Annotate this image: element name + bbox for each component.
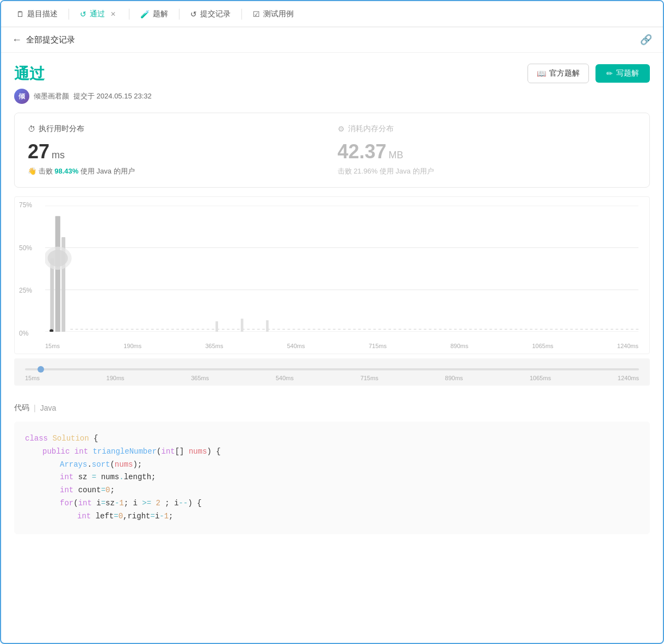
- code-line-1: class Solution {: [25, 432, 639, 445]
- tab-divider-1: [69, 9, 69, 20]
- header-section: 通过 倾 倾墨画君颜 提交于 2024.05.15 23:32 📖 官方题解 ✏…: [1, 53, 663, 113]
- book-icon: 📖: [537, 69, 546, 78]
- slider-thumb[interactable]: [38, 366, 44, 373]
- memory-icon: ⚙: [338, 125, 345, 133]
- tab-solutions[interactable]: 🧪 题解: [134, 5, 175, 23]
- header-left: 通过 倾 倾墨画君颜 提交于 2024.05.15 23:32: [14, 64, 152, 104]
- refresh-icon-pass: ↺: [80, 10, 86, 18]
- chart-container: 75% 50% 25% 0%: [14, 196, 650, 354]
- code-line-2: public int triangleNumber(int[] nums) {: [25, 445, 639, 459]
- tab-problem[interactable]: 🗒 题目描述: [10, 5, 64, 23]
- chart-svg: [45, 206, 638, 332]
- pencil-icon: ✏: [606, 69, 613, 78]
- memory-stat: ⚙ 消耗内存分布 42.37MB 击败 21.96% 使用 Java 的用户: [338, 124, 637, 176]
- avatar: 倾: [14, 89, 29, 104]
- author-line: 倾 倾墨画君颜 提交于 2024.05.15 23:32: [14, 89, 152, 104]
- tab-close-pass[interactable]: ✕: [108, 9, 118, 19]
- slider-track: [25, 368, 639, 370]
- tab-divider-3: [179, 9, 179, 20]
- code-block[interactable]: class Solution { public int triangleNumb…: [14, 422, 650, 534]
- time-stat-desc: 👋 击败 98.43% 使用 Java 的用户: [28, 166, 327, 176]
- svg-rect-11: [241, 319, 244, 332]
- x-axis-labels: 15ms 190ms 365ms 540ms 715ms 890ms 1065m…: [45, 343, 638, 349]
- official-solution-button[interactable]: 📖 官方题解: [528, 64, 589, 83]
- svg-rect-5: [55, 216, 60, 332]
- slider-track-area[interactable]: 15ms 190ms 365ms 540ms 715ms 890ms 1065m…: [25, 363, 639, 381]
- memory-stat-value: 42.37MB: [338, 140, 637, 163]
- refresh-icon-submissions: ↺: [190, 10, 197, 18]
- stats-grid: ⏱ 执行用时分布 27ms 👋 击败 98.43% 使用 Java 的用户 ⚙ …: [28, 124, 636, 176]
- slider-container: 15ms 190ms 365ms 540ms 715ms 890ms 1065m…: [14, 358, 650, 386]
- code-line-4: int sz = nums.length;: [25, 471, 639, 484]
- clock-icon: ⏱: [28, 125, 35, 133]
- time-stat: ⏱ 执行用时分布 27ms 👋 击败 98.43% 使用 Java 的用户: [28, 124, 327, 176]
- time-stat-header: ⏱ 执行用时分布: [28, 124, 327, 134]
- code-section: 代码 | Java class Solution { public int tr…: [1, 394, 663, 543]
- tab-submissions[interactable]: ↺ 提交记录: [184, 5, 237, 23]
- tab-bar: 🗒 题目描述 ↺ 通过 ✕ 🧪 题解 ↺ 提交记录 ☑ 测试用例: [1, 1, 663, 27]
- header-right: 📖 官方题解 ✏ 写题解: [528, 64, 650, 83]
- author-name: 倾墨画君颜: [34, 91, 69, 101]
- tab-divider-2: [129, 9, 129, 20]
- memory-stat-header: ⚙ 消耗内存分布: [338, 124, 637, 134]
- svg-point-8: [48, 250, 68, 267]
- write-solution-button[interactable]: ✏ 写题解: [595, 64, 650, 83]
- back-bar: ← 全部提交记录 🔗: [1, 27, 663, 53]
- back-arrow-icon: ←: [12, 34, 22, 46]
- code-line-6: for(int i=sz-1; i >= 2 ; i--) {: [25, 497, 639, 510]
- checkbox-icon: ☑: [253, 10, 260, 18]
- wave-icon: 👋: [28, 167, 36, 175]
- share-link-icon[interactable]: 🔗: [640, 34, 652, 46]
- tab-divider-4: [241, 9, 242, 20]
- submitted-at: 提交于 2024.05.15 23:32: [73, 91, 152, 101]
- back-button[interactable]: ← 全部提交记录: [12, 34, 75, 46]
- status-title: 通过: [14, 64, 152, 84]
- tab-testcase[interactable]: ☑ 测试用例: [246, 5, 300, 23]
- stats-card: ⏱ 执行用时分布 27ms 👋 击败 98.43% 使用 Java 的用户 ⚙ …: [14, 113, 650, 188]
- memory-stat-desc: 击败 21.96% 使用 Java 的用户: [338, 166, 637, 176]
- svg-rect-10: [215, 321, 218, 332]
- document-icon: 🗒: [16, 10, 24, 18]
- y-axis-labels: 75% 50% 25% 0%: [19, 201, 32, 337]
- tab-pass[interactable]: ↺ 通过 ✕: [73, 5, 125, 23]
- code-line-7: int left=0,right=i-1;: [25, 510, 639, 523]
- svg-rect-4: [50, 258, 54, 332]
- code-line-3: Arrays.sort(nums);: [25, 459, 639, 472]
- slider-x-labels: 15ms 190ms 365ms 540ms 715ms 890ms 1065m…: [25, 375, 639, 381]
- code-line-5: int count=0;: [25, 484, 639, 497]
- code-header: 代码 | Java: [14, 403, 650, 413]
- flask-icon: 🧪: [140, 10, 150, 18]
- svg-rect-12: [266, 320, 269, 332]
- time-stat-value: 27ms: [28, 140, 327, 163]
